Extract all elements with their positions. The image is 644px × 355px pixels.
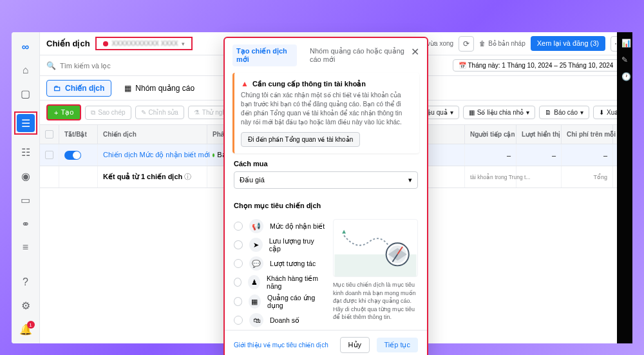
refresh-icon[interactable]: ⟳	[459, 36, 474, 52]
objective-sales[interactable]: 🛍Doanh số	[234, 313, 325, 327]
modal-tab-new-campaign[interactable]: Tạo chiến dịch mới	[232, 44, 297, 66]
more-icon[interactable]: ≡	[19, 242, 32, 253]
objective-awareness[interactable]: 📢Mức độ nhận biết	[234, 219, 325, 233]
cursor-icon: ➤	[249, 238, 263, 252]
modal-tab-new-adset[interactable]: Nhóm quảng cáo hoặc quảng cáo mới	[306, 44, 419, 66]
close-icon[interactable]: ✕	[411, 46, 419, 58]
pencil-icon: ✎	[141, 109, 146, 116]
objective-traffic[interactable]: ➤Lưu lượng truy cập	[234, 237, 325, 253]
account-selector[interactable]: XXXXXXXXXXX XXXX ▾	[95, 37, 193, 50]
left-rail: ∞ ⌂ ▢ ☰ ☷ ◉ ▭ ⚭ ≡ ? ⚙ 🔔 🔍 ⧉	[12, 32, 40, 343]
search-icon: 🔍	[46, 61, 56, 70]
buying-type-select[interactable]: Đấu giá▾	[234, 171, 418, 189]
meta-logo-icon[interactable]: ∞	[19, 41, 32, 53]
create-campaign-modal: Tạo chiến dịch mới Nhóm quảng cáo hoặc q…	[223, 37, 428, 355]
page-title: Chiến dịch	[46, 39, 90, 48]
duplicate-button[interactable]: ⧉Sao chép	[85, 106, 131, 120]
apps-icon: ▦	[249, 294, 261, 309]
select-all-checkbox[interactable]	[45, 130, 53, 139]
copy-icon: ⧉	[91, 109, 95, 117]
edit-button[interactable]: ✎Chỉnh sửa	[135, 106, 184, 119]
cancel-button[interactable]: Hủy	[340, 337, 370, 353]
folder-icon[interactable]: ▢	[19, 88, 32, 100]
report-dropdown[interactable]: 🗎Báo cáo ▾	[539, 106, 589, 119]
bag-icon: 🛍	[249, 313, 263, 327]
row-checkbox[interactable]	[45, 151, 53, 159]
continue-button[interactable]: Tiếp tục	[377, 338, 419, 352]
warning-icon: ▲	[241, 79, 249, 88]
chevron-down-icon: ▾	[408, 176, 412, 184]
notifications-icon[interactable]: 🔔	[19, 323, 32, 336]
chevron-down-icon: ▾	[182, 41, 185, 47]
campaigns-icon[interactable]: ☰	[17, 114, 35, 132]
discard-button[interactable]: 🗑Bỏ bản nháp	[479, 40, 526, 47]
objective-illustration	[333, 219, 418, 277]
account-status-dot	[103, 41, 108, 46]
breakdown-dropdown[interactable]: ▦Số liệu chia nhỏ ▾	[463, 106, 535, 119]
account-info-alert: ▲Cần cung cấp thông tin tài khoản Chúng …	[232, 73, 419, 153]
card-icon[interactable]: ▭	[19, 194, 32, 206]
settings-icon[interactable]: ⚙	[19, 300, 32, 312]
flask-icon: ⚗	[194, 109, 200, 116]
chart-icon[interactable]: 📊	[621, 39, 628, 45]
grid-icon: ▦	[124, 84, 131, 93]
grid-icon: ▦	[469, 109, 475, 116]
tab-adsets[interactable]: ▦Nhóm quảng cáo	[118, 80, 201, 97]
folder-icon: 🗀	[53, 84, 61, 93]
objective-title: Chọn mục tiêu chiến dịch	[234, 202, 418, 210]
plus-icon: +	[54, 109, 58, 117]
objective-engagement[interactable]: 💬Lượt tương tác	[234, 256, 325, 271]
campaign-name-link[interactable]: Chiến dịch Mức độ nhận biết mới	[98, 144, 207, 166]
trash-icon: 🗑	[479, 40, 486, 47]
megaphone-icon: 📢	[249, 219, 263, 233]
help-icon[interactable]: ?	[19, 276, 32, 288]
audience-icon[interactable]: ⚭	[19, 218, 32, 230]
objective-description: Mục tiêu chiến dịch là mục tiêu kinh doa…	[333, 281, 418, 321]
svg-marker-1	[342, 230, 346, 234]
home-icon[interactable]: ⌂	[19, 64, 32, 76]
status-dot	[213, 153, 214, 157]
right-activity-rail: 📊 ✎ 🕐	[617, 32, 632, 343]
date-range-button[interactable]: 📅 Tháng này: 1 Tháng 10, 2024 – 25 Tháng…	[453, 59, 626, 72]
buying-type-label: Cách mua	[234, 160, 418, 168]
review-publish-button[interactable]: Xem lại và đăng (3)	[531, 36, 605, 51]
edit-icon[interactable]: ✎	[621, 55, 628, 62]
doc-icon: 🗎	[545, 109, 551, 116]
clock-icon[interactable]: 🕐	[621, 72, 628, 79]
clipboard-icon[interactable]: ☷	[19, 146, 32, 158]
tab-campaigns[interactable]: 🗀Chiến dịch	[46, 80, 111, 97]
account-name: XXXXXXXXXXX XXXX	[112, 40, 178, 47]
chat-icon: 💬	[249, 256, 263, 271]
filter-icon: ♟	[248, 275, 260, 289]
campaign-toggle[interactable]	[64, 151, 81, 160]
search-input[interactable]	[60, 62, 137, 70]
create-button[interactable]: +Tạo	[46, 104, 81, 120]
download-icon: ⬇	[599, 109, 604, 116]
megaphone-icon[interactable]: ◉	[19, 170, 32, 182]
goto-account-overview-button[interactable]: Đi đến phần Tổng quan về tài khoản	[241, 132, 360, 147]
learn-objectives-link[interactable]: Giới thiệu về mục tiêu chiến dịch	[234, 341, 328, 349]
objective-app[interactable]: ▦Quảng cáo ứng dụng	[234, 294, 325, 309]
objective-leads[interactable]: ♟Khách hàng tiềm năng	[234, 274, 325, 290]
